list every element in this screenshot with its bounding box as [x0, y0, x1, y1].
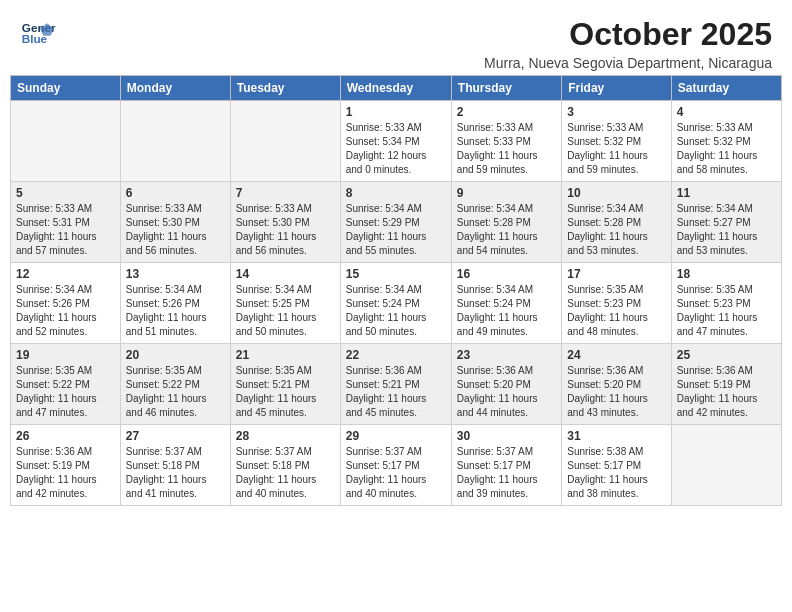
- table-row: 11Sunrise: 5:34 AMSunset: 5:27 PMDayligh…: [671, 182, 781, 263]
- table-row: 30Sunrise: 5:37 AMSunset: 5:17 PMDayligh…: [451, 425, 561, 506]
- day-number: 20: [126, 348, 225, 362]
- table-row: 19Sunrise: 5:35 AMSunset: 5:22 PMDayligh…: [11, 344, 121, 425]
- day-number: 25: [677, 348, 776, 362]
- table-row: [120, 101, 230, 182]
- day-number: 4: [677, 105, 776, 119]
- table-row: 1Sunrise: 5:33 AMSunset: 5:34 PMDaylight…: [340, 101, 451, 182]
- day-number: 23: [457, 348, 556, 362]
- day-info: Sunrise: 5:35 AMSunset: 5:23 PMDaylight:…: [567, 283, 665, 339]
- day-info: Sunrise: 5:37 AMSunset: 5:17 PMDaylight:…: [346, 445, 446, 501]
- day-number: 15: [346, 267, 446, 281]
- day-info: Sunrise: 5:33 AMSunset: 5:33 PMDaylight:…: [457, 121, 556, 177]
- day-number: 27: [126, 429, 225, 443]
- calendar-week-row: 26Sunrise: 5:36 AMSunset: 5:19 PMDayligh…: [11, 425, 782, 506]
- table-row: 25Sunrise: 5:36 AMSunset: 5:19 PMDayligh…: [671, 344, 781, 425]
- day-number: 13: [126, 267, 225, 281]
- day-info: Sunrise: 5:37 AMSunset: 5:18 PMDaylight:…: [126, 445, 225, 501]
- day-number: 10: [567, 186, 665, 200]
- day-number: 21: [236, 348, 335, 362]
- day-info: Sunrise: 5:35 AMSunset: 5:21 PMDaylight:…: [236, 364, 335, 420]
- table-row: 13Sunrise: 5:34 AMSunset: 5:26 PMDayligh…: [120, 263, 230, 344]
- day-info: Sunrise: 5:34 AMSunset: 5:29 PMDaylight:…: [346, 202, 446, 258]
- location-title: Murra, Nueva Segovia Department, Nicarag…: [484, 55, 772, 71]
- table-row: 26Sunrise: 5:36 AMSunset: 5:19 PMDayligh…: [11, 425, 121, 506]
- day-info: Sunrise: 5:36 AMSunset: 5:19 PMDaylight:…: [16, 445, 115, 501]
- day-info: Sunrise: 5:36 AMSunset: 5:20 PMDaylight:…: [457, 364, 556, 420]
- table-row: 3Sunrise: 5:33 AMSunset: 5:32 PMDaylight…: [562, 101, 671, 182]
- day-info: Sunrise: 5:34 AMSunset: 5:24 PMDaylight:…: [346, 283, 446, 339]
- day-number: 28: [236, 429, 335, 443]
- day-info: Sunrise: 5:37 AMSunset: 5:17 PMDaylight:…: [457, 445, 556, 501]
- table-row: [671, 425, 781, 506]
- calendar-week-row: 12Sunrise: 5:34 AMSunset: 5:26 PMDayligh…: [11, 263, 782, 344]
- table-row: 21Sunrise: 5:35 AMSunset: 5:21 PMDayligh…: [230, 344, 340, 425]
- day-number: 29: [346, 429, 446, 443]
- day-info: Sunrise: 5:35 AMSunset: 5:23 PMDaylight:…: [677, 283, 776, 339]
- day-info: Sunrise: 5:33 AMSunset: 5:31 PMDaylight:…: [16, 202, 115, 258]
- table-row: [11, 101, 121, 182]
- day-info: Sunrise: 5:34 AMSunset: 5:25 PMDaylight:…: [236, 283, 335, 339]
- day-number: 2: [457, 105, 556, 119]
- day-info: Sunrise: 5:33 AMSunset: 5:32 PMDaylight:…: [567, 121, 665, 177]
- day-number: 26: [16, 429, 115, 443]
- page-header: General Blue October 2025 Murra, Nueva S…: [10, 10, 782, 71]
- calendar-week-row: 5Sunrise: 5:33 AMSunset: 5:31 PMDaylight…: [11, 182, 782, 263]
- title-block: October 2025 Murra, Nueva Segovia Depart…: [484, 16, 772, 71]
- day-info: Sunrise: 5:34 AMSunset: 5:26 PMDaylight:…: [16, 283, 115, 339]
- day-number: 17: [567, 267, 665, 281]
- table-row: 6Sunrise: 5:33 AMSunset: 5:30 PMDaylight…: [120, 182, 230, 263]
- table-row: 22Sunrise: 5:36 AMSunset: 5:21 PMDayligh…: [340, 344, 451, 425]
- day-number: 1: [346, 105, 446, 119]
- month-title: October 2025: [484, 16, 772, 53]
- day-number: 6: [126, 186, 225, 200]
- table-row: 4Sunrise: 5:33 AMSunset: 5:32 PMDaylight…: [671, 101, 781, 182]
- day-number: 12: [16, 267, 115, 281]
- calendar-week-row: 1Sunrise: 5:33 AMSunset: 5:34 PMDaylight…: [11, 101, 782, 182]
- table-row: [230, 101, 340, 182]
- day-info: Sunrise: 5:35 AMSunset: 5:22 PMDaylight:…: [16, 364, 115, 420]
- day-number: 3: [567, 105, 665, 119]
- day-info: Sunrise: 5:38 AMSunset: 5:17 PMDaylight:…: [567, 445, 665, 501]
- day-number: 22: [346, 348, 446, 362]
- day-number: 18: [677, 267, 776, 281]
- table-row: 14Sunrise: 5:34 AMSunset: 5:25 PMDayligh…: [230, 263, 340, 344]
- day-number: 19: [16, 348, 115, 362]
- calendar-week-row: 19Sunrise: 5:35 AMSunset: 5:22 PMDayligh…: [11, 344, 782, 425]
- col-sunday: Sunday: [11, 76, 121, 101]
- day-info: Sunrise: 5:37 AMSunset: 5:18 PMDaylight:…: [236, 445, 335, 501]
- day-number: 30: [457, 429, 556, 443]
- day-info: Sunrise: 5:35 AMSunset: 5:22 PMDaylight:…: [126, 364, 225, 420]
- day-info: Sunrise: 5:36 AMSunset: 5:20 PMDaylight:…: [567, 364, 665, 420]
- day-info: Sunrise: 5:34 AMSunset: 5:24 PMDaylight:…: [457, 283, 556, 339]
- col-wednesday: Wednesday: [340, 76, 451, 101]
- col-monday: Monday: [120, 76, 230, 101]
- table-row: 16Sunrise: 5:34 AMSunset: 5:24 PMDayligh…: [451, 263, 561, 344]
- table-row: 8Sunrise: 5:34 AMSunset: 5:29 PMDaylight…: [340, 182, 451, 263]
- day-number: 5: [16, 186, 115, 200]
- table-row: 23Sunrise: 5:36 AMSunset: 5:20 PMDayligh…: [451, 344, 561, 425]
- calendar-table: Sunday Monday Tuesday Wednesday Thursday…: [10, 75, 782, 506]
- col-thursday: Thursday: [451, 76, 561, 101]
- logo: General Blue: [20, 16, 56, 52]
- day-info: Sunrise: 5:33 AMSunset: 5:34 PMDaylight:…: [346, 121, 446, 177]
- table-row: 7Sunrise: 5:33 AMSunset: 5:30 PMDaylight…: [230, 182, 340, 263]
- day-number: 11: [677, 186, 776, 200]
- table-row: 17Sunrise: 5:35 AMSunset: 5:23 PMDayligh…: [562, 263, 671, 344]
- day-info: Sunrise: 5:34 AMSunset: 5:28 PMDaylight:…: [457, 202, 556, 258]
- day-info: Sunrise: 5:33 AMSunset: 5:32 PMDaylight:…: [677, 121, 776, 177]
- calendar-header-row: Sunday Monday Tuesday Wednesday Thursday…: [11, 76, 782, 101]
- table-row: 9Sunrise: 5:34 AMSunset: 5:28 PMDaylight…: [451, 182, 561, 263]
- logo-icon: General Blue: [20, 16, 56, 52]
- table-row: 27Sunrise: 5:37 AMSunset: 5:18 PMDayligh…: [120, 425, 230, 506]
- day-info: Sunrise: 5:36 AMSunset: 5:19 PMDaylight:…: [677, 364, 776, 420]
- col-tuesday: Tuesday: [230, 76, 340, 101]
- table-row: 18Sunrise: 5:35 AMSunset: 5:23 PMDayligh…: [671, 263, 781, 344]
- table-row: 15Sunrise: 5:34 AMSunset: 5:24 PMDayligh…: [340, 263, 451, 344]
- day-number: 24: [567, 348, 665, 362]
- day-info: Sunrise: 5:34 AMSunset: 5:26 PMDaylight:…: [126, 283, 225, 339]
- day-number: 7: [236, 186, 335, 200]
- day-info: Sunrise: 5:33 AMSunset: 5:30 PMDaylight:…: [236, 202, 335, 258]
- day-info: Sunrise: 5:34 AMSunset: 5:27 PMDaylight:…: [677, 202, 776, 258]
- day-info: Sunrise: 5:33 AMSunset: 5:30 PMDaylight:…: [126, 202, 225, 258]
- col-saturday: Saturday: [671, 76, 781, 101]
